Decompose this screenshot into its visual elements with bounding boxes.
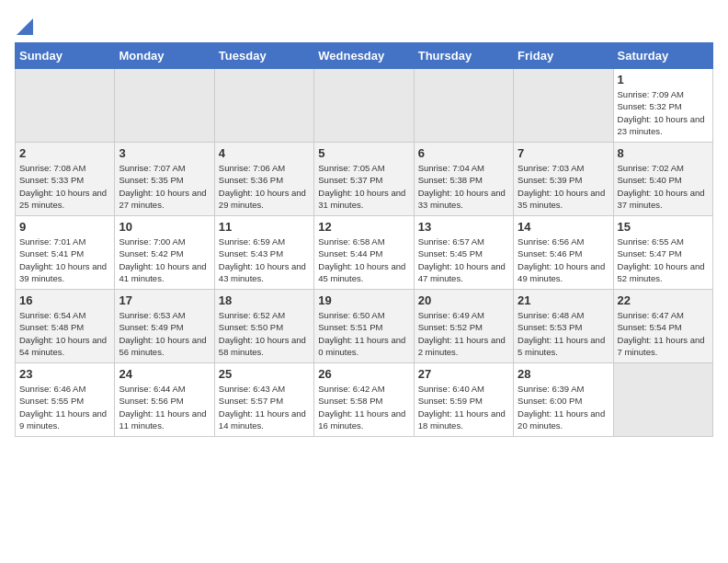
day-info: Sunrise: 7:04 AM Sunset: 5:38 PM Dayligh…	[418, 162, 509, 211]
day-info: Sunrise: 6:56 AM Sunset: 5:46 PM Dayligh…	[518, 236, 609, 284]
day-info: Sunrise: 7:03 AM Sunset: 5:39 PM Dayligh…	[518, 162, 609, 211]
day-number: 15	[618, 220, 709, 234]
calendar-cell: 20Sunrise: 6:49 AM Sunset: 5:52 PM Dayli…	[414, 290, 513, 363]
page-header	[15, 15, 713, 31]
calendar-cell: 28Sunrise: 6:39 AM Sunset: 6:00 PM Dayli…	[514, 363, 613, 437]
day-number: 4	[219, 146, 310, 160]
header-day: Thursday	[414, 43, 513, 69]
calendar-week-row: 1Sunrise: 7:09 AM Sunset: 5:32 PM Daylig…	[16, 69, 713, 143]
calendar-cell: 8Sunrise: 7:02 AM Sunset: 5:40 PM Daylig…	[613, 143, 712, 216]
day-info: Sunrise: 6:44 AM Sunset: 5:56 PM Dayligh…	[119, 383, 210, 431]
day-number: 10	[119, 220, 210, 234]
day-info: Sunrise: 6:54 AM Sunset: 5:48 PM Dayligh…	[19, 309, 110, 358]
day-info: Sunrise: 7:02 AM Sunset: 5:40 PM Dayligh…	[618, 162, 709, 211]
day-number: 2	[19, 146, 110, 160]
day-number: 27	[418, 367, 509, 381]
header-day: Sunday	[16, 43, 115, 69]
header-row: SundayMondayTuesdayWednesdayThursdayFrid…	[16, 43, 713, 69]
calendar-cell: 26Sunrise: 6:42 AM Sunset: 5:58 PM Dayli…	[314, 363, 414, 437]
day-number: 20	[418, 293, 509, 307]
calendar-cell: 21Sunrise: 6:48 AM Sunset: 5:53 PM Dayli…	[514, 290, 613, 363]
day-info: Sunrise: 6:50 AM Sunset: 5:51 PM Dayligh…	[318, 309, 409, 358]
day-number: 26	[318, 367, 409, 381]
calendar-cell: 5Sunrise: 7:05 AM Sunset: 5:37 PM Daylig…	[314, 143, 414, 216]
day-number: 16	[19, 293, 110, 307]
calendar-cell: 24Sunrise: 6:44 AM Sunset: 5:56 PM Dayli…	[115, 363, 214, 437]
calendar-cell: 22Sunrise: 6:47 AM Sunset: 5:54 PM Dayli…	[613, 290, 712, 363]
day-info: Sunrise: 6:55 AM Sunset: 5:47 PM Dayligh…	[618, 236, 709, 284]
day-info: Sunrise: 6:49 AM Sunset: 5:52 PM Dayligh…	[418, 309, 509, 358]
calendar-cell: 2Sunrise: 7:08 AM Sunset: 5:33 PM Daylig…	[16, 143, 115, 216]
day-number: 17	[119, 293, 210, 307]
day-info: Sunrise: 6:46 AM Sunset: 5:55 PM Dayligh…	[19, 383, 110, 431]
calendar-cell: 9Sunrise: 7:01 AM Sunset: 5:41 PM Daylig…	[16, 216, 115, 290]
header-day: Wednesday	[314, 43, 414, 69]
calendar-cell: 14Sunrise: 6:56 AM Sunset: 5:46 PM Dayli…	[514, 216, 613, 290]
calendar-cell	[314, 69, 414, 143]
header-day: Monday	[115, 43, 214, 69]
calendar-week-row: 16Sunrise: 6:54 AM Sunset: 5:48 PM Dayli…	[16, 290, 713, 363]
day-number: 11	[219, 220, 310, 234]
day-info: Sunrise: 7:06 AM Sunset: 5:36 PM Dayligh…	[219, 162, 310, 211]
day-number: 7	[518, 146, 609, 160]
day-number: 19	[318, 293, 409, 307]
header-day: Friday	[514, 43, 613, 69]
day-number: 6	[418, 146, 509, 160]
logo-icon	[17, 15, 33, 35]
day-number: 24	[119, 367, 210, 381]
day-info: Sunrise: 6:48 AM Sunset: 5:53 PM Dayligh…	[518, 309, 609, 358]
calendar-cell: 7Sunrise: 7:03 AM Sunset: 5:39 PM Daylig…	[514, 143, 613, 216]
day-info: Sunrise: 6:53 AM Sunset: 5:49 PM Dayligh…	[119, 309, 210, 358]
calendar-cell: 27Sunrise: 6:40 AM Sunset: 5:59 PM Dayli…	[414, 363, 513, 437]
day-info: Sunrise: 6:40 AM Sunset: 5:59 PM Dayligh…	[418, 383, 509, 431]
day-info: Sunrise: 6:57 AM Sunset: 5:45 PM Dayligh…	[418, 236, 509, 284]
calendar-cell	[514, 69, 613, 143]
calendar-cell	[214, 69, 313, 143]
calendar-cell: 10Sunrise: 7:00 AM Sunset: 5:42 PM Dayli…	[115, 216, 214, 290]
day-number: 14	[518, 220, 609, 234]
day-info: Sunrise: 7:00 AM Sunset: 5:42 PM Dayligh…	[119, 236, 210, 284]
calendar-cell: 4Sunrise: 7:06 AM Sunset: 5:36 PM Daylig…	[214, 143, 313, 216]
calendar-cell	[613, 363, 712, 437]
calendar-week-row: 9Sunrise: 7:01 AM Sunset: 5:41 PM Daylig…	[16, 216, 713, 290]
day-number: 25	[219, 367, 310, 381]
day-number: 18	[219, 293, 310, 307]
calendar-cell: 19Sunrise: 6:50 AM Sunset: 5:51 PM Dayli…	[314, 290, 414, 363]
logo	[15, 15, 33, 31]
day-number: 5	[318, 146, 409, 160]
calendar-cell: 6Sunrise: 7:04 AM Sunset: 5:38 PM Daylig…	[414, 143, 513, 216]
day-info: Sunrise: 7:05 AM Sunset: 5:37 PM Dayligh…	[318, 162, 409, 211]
day-number: 13	[418, 220, 509, 234]
calendar-cell: 12Sunrise: 6:58 AM Sunset: 5:44 PM Dayli…	[314, 216, 414, 290]
calendar-cell: 15Sunrise: 6:55 AM Sunset: 5:47 PM Dayli…	[613, 216, 712, 290]
day-number: 22	[618, 293, 709, 307]
calendar-cell	[16, 69, 115, 143]
calendar-cell: 18Sunrise: 6:52 AM Sunset: 5:50 PM Dayli…	[214, 290, 313, 363]
calendar-cell: 1Sunrise: 7:09 AM Sunset: 5:32 PM Daylig…	[613, 69, 712, 143]
calendar-table: SundayMondayTuesdayWednesdayThursdayFrid…	[15, 42, 713, 437]
day-info: Sunrise: 7:09 AM Sunset: 5:32 PM Dayligh…	[618, 88, 709, 137]
header-day: Tuesday	[214, 43, 313, 69]
day-info: Sunrise: 6:59 AM Sunset: 5:43 PM Dayligh…	[219, 236, 310, 284]
day-info: Sunrise: 7:01 AM Sunset: 5:41 PM Dayligh…	[19, 236, 110, 284]
calendar-header: SundayMondayTuesdayWednesdayThursdayFrid…	[16, 43, 713, 69]
day-number: 21	[518, 293, 609, 307]
day-info: Sunrise: 6:47 AM Sunset: 5:54 PM Dayligh…	[618, 309, 709, 358]
day-number: 1	[618, 73, 709, 86]
day-number: 8	[618, 146, 709, 160]
day-info: Sunrise: 6:39 AM Sunset: 6:00 PM Dayligh…	[518, 383, 609, 431]
day-info: Sunrise: 7:08 AM Sunset: 5:33 PM Dayligh…	[19, 162, 110, 211]
calendar-cell: 16Sunrise: 6:54 AM Sunset: 5:48 PM Dayli…	[16, 290, 115, 363]
day-info: Sunrise: 7:07 AM Sunset: 5:35 PM Dayligh…	[119, 162, 210, 211]
day-info: Sunrise: 6:42 AM Sunset: 5:58 PM Dayligh…	[318, 383, 409, 431]
day-info: Sunrise: 6:52 AM Sunset: 5:50 PM Dayligh…	[219, 309, 310, 358]
day-info: Sunrise: 6:43 AM Sunset: 5:57 PM Dayligh…	[219, 383, 310, 431]
calendar-cell: 17Sunrise: 6:53 AM Sunset: 5:49 PM Dayli…	[115, 290, 214, 363]
day-number: 28	[518, 367, 609, 381]
day-number: 9	[19, 220, 110, 234]
calendar-week-row: 23Sunrise: 6:46 AM Sunset: 5:55 PM Dayli…	[16, 363, 713, 437]
calendar-cell: 23Sunrise: 6:46 AM Sunset: 5:55 PM Dayli…	[16, 363, 115, 437]
day-number: 3	[119, 146, 210, 160]
calendar-cell: 25Sunrise: 6:43 AM Sunset: 5:57 PM Dayli…	[214, 363, 313, 437]
header-day: Saturday	[613, 43, 712, 69]
